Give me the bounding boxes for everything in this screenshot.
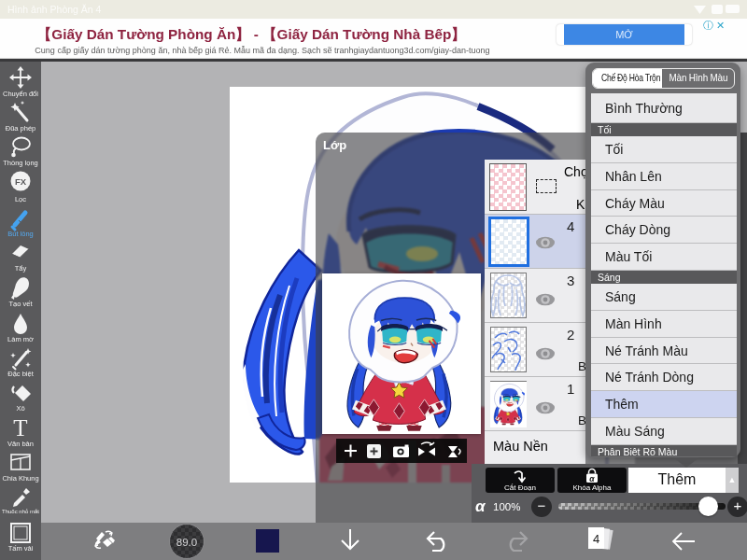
svg-text:FX: FX [15, 176, 27, 187]
svg-text:T: T [13, 415, 27, 441]
